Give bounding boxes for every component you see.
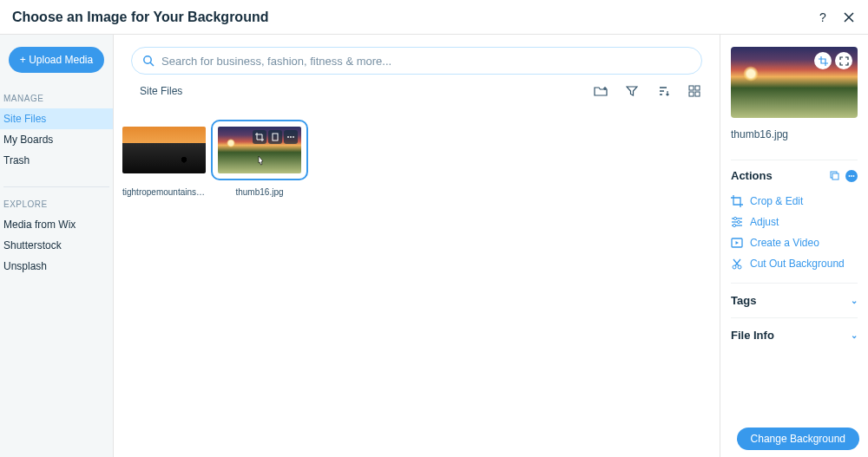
svg-rect-13 — [832, 173, 838, 180]
svg-line-1 — [150, 62, 154, 66]
dialog-footer: Change Background — [737, 428, 859, 450]
view-grid-icon[interactable] — [687, 83, 702, 99]
svg-point-15 — [851, 175, 852, 177]
change-background-button[interactable]: Change Background — [737, 428, 859, 450]
search-input-wrapper[interactable] — [131, 47, 702, 75]
sidebar-divider — [3, 186, 109, 187]
help-icon[interactable]: ? — [816, 10, 830, 24]
sort-icon[interactable] — [655, 83, 671, 99]
sidebar-section-manage: MANAGE — [0, 94, 113, 108]
dialog-title: Choose an Image for Your Background — [12, 10, 804, 25]
svg-rect-7 — [695, 92, 700, 96]
svg-point-20 — [737, 220, 740, 223]
search-icon — [142, 55, 155, 67]
svg-rect-6 — [689, 92, 694, 96]
action-adjust[interactable]: Adjust — [731, 212, 858, 232]
svg-rect-5 — [695, 86, 700, 90]
sidebar-item-unsplash[interactable]: Unsplash — [0, 256, 113, 277]
copy-icon[interactable] — [828, 170, 840, 182]
tags-section[interactable]: Tags ⌄ — [731, 283, 858, 317]
svg-point-11 — [293, 136, 294, 138]
action-cut-out-background[interactable]: Cut Out Background — [731, 253, 858, 274]
more-actions-icon[interactable] — [845, 170, 858, 182]
file-thumbnail[interactable] — [122, 127, 206, 173]
file-card[interactable]: tightropemountains.jpg — [122, 127, 206, 197]
file-card[interactable]: thumb16.jpg — [218, 127, 301, 197]
thumbnail-hover-actions — [253, 130, 298, 144]
main-area: Site Files tightropemountains.jpg — [114, 35, 720, 457]
svg-point-14 — [849, 175, 851, 177]
sidebar-item-shutterstock[interactable]: Shutterstock — [0, 235, 113, 256]
sidebar-section-explore: EXPLORE — [0, 199, 113, 214]
file-grid: tightropemountains.jpg thumb16.jpg — [114, 104, 720, 197]
svg-point-16 — [853, 175, 855, 177]
preview-image — [731, 47, 858, 118]
svg-rect-4 — [689, 86, 694, 90]
selected-filename: thumb16.jpg — [731, 128, 858, 140]
breadcrumb: Site Files — [140, 85, 182, 97]
file-info-section[interactable]: File Info ⌄ — [731, 317, 858, 352]
svg-point-0 — [144, 56, 151, 63]
file-caption: thumb16.jpg — [218, 187, 301, 197]
file-thumbnail[interactable] — [218, 127, 301, 173]
preview-expand-icon[interactable] — [835, 52, 852, 69]
svg-point-22 — [733, 224, 735, 226]
tag-icon[interactable] — [268, 130, 282, 144]
svg-rect-8 — [273, 134, 278, 140]
actions-heading: Actions — [731, 160, 858, 182]
crop-icon[interactable] — [253, 130, 266, 144]
action-crop-edit[interactable]: Crop & Edit — [731, 191, 858, 212]
sidebar: + Upload Media MANAGE Site Files My Boar… — [0, 35, 114, 457]
chevron-down-icon: ⌄ — [851, 330, 858, 340]
new-folder-icon[interactable] — [593, 83, 608, 99]
sidebar-item-trash[interactable]: Trash — [0, 150, 113, 171]
sidebar-item-media-from-wix[interactable]: Media from Wix — [0, 214, 113, 235]
svg-point-9 — [287, 136, 289, 138]
dialog-header: Choose an Image for Your Background ? — [0, 0, 868, 35]
toolbar: Site Files — [114, 82, 720, 104]
file-caption: tightropemountains.jpg — [122, 187, 206, 197]
search-input[interactable] — [161, 55, 691, 68]
action-create-video[interactable]: Create a Video — [731, 232, 858, 253]
svg-point-18 — [733, 217, 736, 219]
svg-point-10 — [290, 136, 292, 138]
details-panel: thumb16.jpg Actions Crop & Edit Adjust C… — [720, 35, 868, 457]
chevron-down-icon: ⌄ — [851, 296, 858, 305]
sidebar-item-my-boards[interactable]: My Boards — [0, 129, 113, 150]
filter-icon[interactable] — [624, 83, 640, 99]
preview-crop-icon[interactable] — [814, 52, 832, 69]
sidebar-item-site-files[interactable]: Site Files — [0, 108, 113, 129]
cursor-icon — [254, 155, 266, 172]
more-icon[interactable] — [284, 130, 298, 144]
upload-media-button[interactable]: + Upload Media — [9, 47, 104, 73]
close-icon[interactable] — [842, 10, 856, 24]
